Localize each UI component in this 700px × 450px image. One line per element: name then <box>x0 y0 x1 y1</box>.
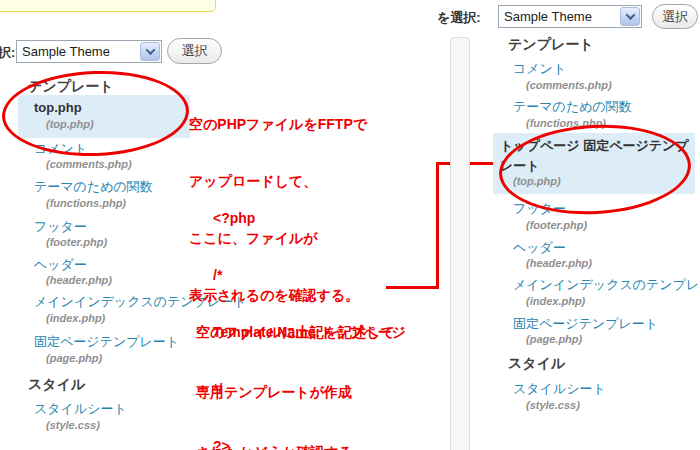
left-theme-select[interactable]: Sample Theme <box>16 40 162 63</box>
left-select-button[interactable]: 選択 <box>167 38 222 64</box>
template-link[interactable]: ヘッダー <box>513 239 566 257</box>
notice-banner <box>0 0 216 12</box>
stylesheet-link[interactable]: スタイルシート <box>513 380 606 398</box>
annotation-connector-bottom <box>386 286 439 289</box>
template-link[interactable]: コメント <box>513 60 566 78</box>
chevron-down-icon[interactable] <box>620 7 640 26</box>
left-theme-select-value: Sample Theme <box>22 44 110 59</box>
code-line: <?php <box>213 209 406 228</box>
template-file: (header.php) <box>526 257 592 269</box>
template-link[interactable]: 固定ページテンプレート <box>34 333 179 351</box>
stylesheet-file: (style.css) <box>46 419 100 431</box>
left-theme-select-label: 択: <box>0 44 15 62</box>
left-styles-header: スタイル <box>28 376 85 394</box>
template-link[interactable]: フッター <box>34 218 87 236</box>
chevron-down-icon[interactable] <box>140 42 160 61</box>
template-link[interactable]: メインインデックスのテンプレート <box>513 276 700 294</box>
right-theme-select[interactable]: Sample Theme <box>498 5 642 28</box>
template-link[interactable]: ヘッダー <box>34 256 87 274</box>
template-file: (index.php) <box>526 295 585 307</box>
template-link[interactable]: テーマのための関数 <box>34 178 153 196</box>
right-select-button[interactable]: 選択 <box>652 4 698 29</box>
template-file: (functions.php) <box>46 197 126 209</box>
annotation-line: 空のPHPファイルをFFTPで <box>189 115 367 134</box>
template-file: (comments.php) <box>526 79 612 91</box>
template-file: (footer.php) <box>46 236 107 248</box>
right-styles-header: スタイル <box>508 355 565 373</box>
annotation-line: 専用テンプレートが作成 <box>196 382 395 402</box>
annotation-connector-vertical <box>436 162 439 289</box>
template-file: (page.php) <box>46 352 102 364</box>
template-link[interactable]: 固定ページテンプレート <box>513 315 658 333</box>
annotation-line: 空のファイルに上記を記述して <box>196 322 395 342</box>
template-file: (page.php) <box>526 333 582 345</box>
template-link[interactable]: テーマのための関数 <box>513 98 632 116</box>
stylesheet-file: (style.css) <box>526 399 580 411</box>
panel-divider <box>450 37 470 450</box>
annotation-verify-note: 空のファイルに上記を記述して 専用テンプレートが作成 されたかどうか確認する <box>196 282 395 450</box>
right-theme-select-value: Sample Theme <box>504 9 592 24</box>
theme-editor-annotated-screenshot: 択: Sample Theme 選択 テンプレート top.php (top.p… <box>0 0 700 450</box>
template-file: (footer.php) <box>526 219 587 231</box>
template-file: (index.php) <box>46 312 105 324</box>
template-file: (header.php) <box>46 274 112 286</box>
right-templates-header: テンプレート <box>508 36 594 54</box>
right-theme-select-label: を選択: <box>437 9 481 27</box>
annotation-line: されたかどうか確認する <box>196 442 395 450</box>
template-file: (comments.php) <box>46 158 132 170</box>
stylesheet-link[interactable]: スタイルシート <box>34 400 127 418</box>
